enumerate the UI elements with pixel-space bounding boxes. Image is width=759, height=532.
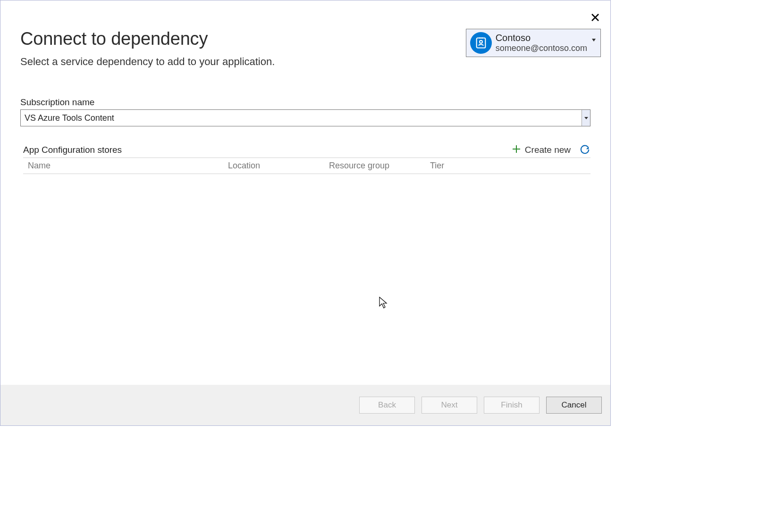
cancel-button[interactable]: Cancel [546, 397, 602, 414]
account-email: someone@contoso.com [496, 43, 587, 54]
chevron-down-icon [592, 35, 597, 43]
connect-dependency-dialog: Connect to dependency Select a service d… [0, 0, 611, 426]
svg-point-3 [480, 41, 482, 43]
page-subtitle: Select a service dependency to add to yo… [20, 56, 590, 68]
subscription-value[interactable]: VS Azure Tools Content [21, 110, 582, 126]
stores-table: Name Location Resource group Tier [23, 158, 590, 174]
dialog-content: Connect to dependency Select a service d… [0, 0, 610, 385]
next-button: Next [422, 397, 477, 414]
back-button: Back [359, 397, 415, 414]
account-badge-icon [470, 32, 492, 54]
create-new-label: Create new [525, 145, 571, 155]
stores-section-title: App Configuration stores [23, 145, 122, 155]
svg-marker-7 [584, 117, 588, 119]
refresh-button[interactable] [579, 144, 590, 156]
column-header-location[interactable]: Location [228, 161, 329, 171]
chevron-down-icon [584, 117, 588, 119]
column-header-resource-group[interactable]: Resource group [329, 161, 430, 171]
subscription-select[interactable]: VS Azure Tools Content [20, 109, 590, 126]
refresh-icon [580, 145, 590, 155]
column-header-name[interactable]: Name [28, 161, 228, 171]
account-picker[interactable]: Contoso someone@contoso.com [466, 29, 601, 57]
svg-marker-6 [592, 39, 596, 42]
stores-section-header: App Configuration stores Create new [20, 144, 590, 156]
create-new-button[interactable]: Create new [512, 144, 571, 156]
table-header-row: Name Location Resource group Tier [23, 158, 590, 174]
account-text: Contoso someone@contoso.com [496, 32, 587, 54]
wizard-footer: Back Next Finish Cancel [0, 385, 610, 425]
plus-icon [512, 144, 521, 156]
subscription-dropdown-button[interactable] [582, 110, 590, 126]
cursor-icon [379, 297, 388, 311]
column-header-tier[interactable]: Tier [430, 161, 590, 171]
finish-button: Finish [484, 397, 540, 414]
account-name: Contoso [496, 32, 587, 43]
stores-section-actions: Create new [512, 144, 590, 156]
subscription-label: Subscription name [20, 97, 590, 108]
